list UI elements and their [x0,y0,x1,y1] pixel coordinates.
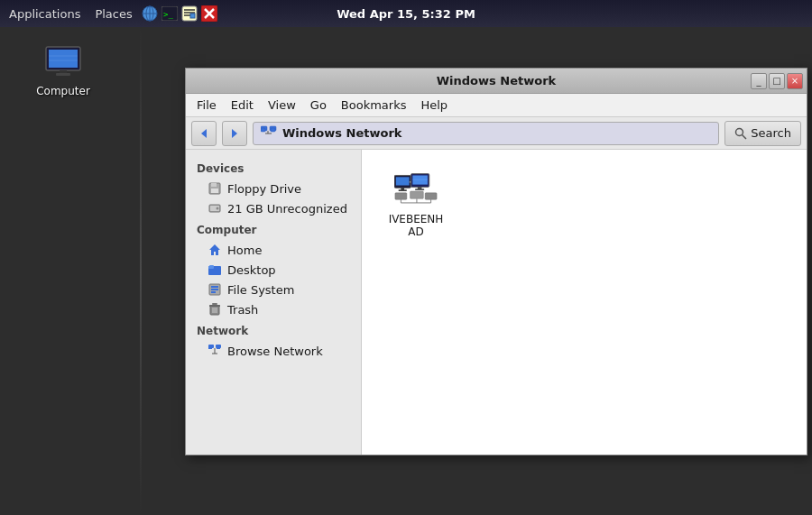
svg-point-35 [217,207,219,210]
maximize-button[interactable]: □ [769,73,785,89]
svg-rect-42 [211,289,218,290]
close-taskbar-icon[interactable] [201,5,217,22]
svg-rect-43 [211,291,216,293]
svg-rect-46 [212,303,217,305]
filesystem-icon [208,282,222,297]
network-computer-label: IVEBEENHAD [385,213,447,238]
search-button[interactable]: Search [724,121,801,146]
menu-go[interactable]: Go [303,96,334,115]
trash-label: Trash [227,303,258,317]
back-button[interactable] [191,121,217,146]
file-manager-window: Windows Network _ □ × File Edit View Go … [185,68,807,455]
main-area: Devices Floppy Drive [186,150,807,455]
terminal-icon[interactable]: >_ [161,5,178,22]
drive-label: 21 GB Unrecognized [227,202,347,216]
minimize-button[interactable]: _ [751,73,767,89]
location-text: Windows Network [282,126,401,140]
sidebar-section-computer: Computer [186,218,361,240]
svg-rect-31 [211,183,217,187]
sidebar: Devices Floppy Drive [186,150,362,455]
drive-icon [208,201,222,216]
svg-rect-19 [56,73,70,76]
svg-rect-52 [208,346,212,349]
sidebar-item-filesystem[interactable]: File System [186,280,361,299]
menu-file[interactable]: File [189,96,224,115]
svg-line-29 [743,134,747,139]
places-menu[interactable]: Places [89,5,137,23]
svg-rect-41 [211,286,218,288]
sidebar-item-drive[interactable]: 21 GB Unrecognized [186,198,361,218]
location-box: Windows Network [253,122,719,145]
decorative-line [140,27,142,515]
computer-desktop-icon[interactable]: Computer [27,45,99,97]
locationbar: Windows Network Search [186,117,807,150]
svg-rect-67 [411,191,424,198]
svg-rect-57 [396,177,410,185]
window-title: Windows Network [437,74,556,87]
search-icon [734,127,747,140]
svg-marker-21 [232,129,237,138]
globe-icon[interactable] [142,5,158,22]
taskbar-clock: Wed Apr 15, 5:32 PM [337,7,475,21]
floppy-label: Floppy Drive [227,182,301,196]
filesystem-label: File System [227,283,294,297]
desktop-folder-icon [208,262,222,277]
svg-rect-45 [209,305,220,307]
content-area: IVEBEENHAD [362,150,807,455]
menu-bookmarks[interactable]: Bookmarks [334,96,414,115]
network-computer-image [394,173,438,209]
trash-icon [208,302,222,317]
close-button[interactable]: × [787,73,803,89]
taskbar: Applications Places >_ [0,0,812,27]
menu-help[interactable]: Help [413,96,455,115]
svg-rect-64 [415,189,424,190]
svg-rect-10 [190,14,195,18]
svg-rect-68 [425,193,437,199]
sidebar-item-home[interactable]: Home [186,240,361,260]
home-label: Home [227,244,262,257]
browse-network-icon [208,344,222,358]
forward-button[interactable] [222,121,247,146]
svg-rect-59 [399,189,407,191]
svg-rect-25 [271,128,275,132]
location-network-icon [261,125,277,142]
svg-rect-39 [209,265,214,267]
svg-point-28 [736,128,743,135]
editor-icon[interactable] [181,5,198,22]
menu-edit[interactable]: Edit [224,96,261,115]
sidebar-section-devices: Devices [186,157,361,179]
sidebar-item-browse-network[interactable]: Browse Network [186,341,361,361]
search-label: Search [751,126,791,140]
sidebar-item-floppy[interactable]: Floppy Drive [186,179,361,198]
svg-text:>_: >_ [163,10,173,19]
sidebar-item-trash[interactable]: Trash [186,299,361,319]
menu-view[interactable]: View [261,96,303,115]
desktop: Computer Windows Network _ □ × File Edit… [0,27,812,515]
svg-rect-53 [217,346,220,349]
taskbar-system-icons: >_ [142,5,217,22]
svg-rect-32 [211,189,218,193]
svg-rect-15 [49,50,78,68]
computer-icon-label: Computer [36,85,90,97]
titlebar: Windows Network _ □ × [186,69,807,94]
home-icon [208,243,222,257]
svg-rect-23 [261,128,265,132]
computer-icon [42,45,85,81]
menubar: File Edit View Go Bookmarks Help [186,94,807,117]
browse-network-label: Browse Network [227,345,323,358]
desktop-label: Desktop [227,263,276,277]
svg-marker-36 [209,244,220,255]
network-computer-icon[interactable]: IVEBEENHAD [380,168,452,244]
floppy-icon [208,181,222,196]
svg-marker-20 [201,129,207,138]
window-controls: _ □ × [751,73,803,89]
svg-rect-61 [412,175,428,184]
svg-rect-66 [395,193,407,199]
sidebar-item-desktop[interactable]: Desktop [186,260,361,280]
sidebar-section-network: Network [186,319,361,341]
applications-menu[interactable]: Applications [4,5,86,23]
taskbar-left: Applications Places >_ [0,5,217,23]
